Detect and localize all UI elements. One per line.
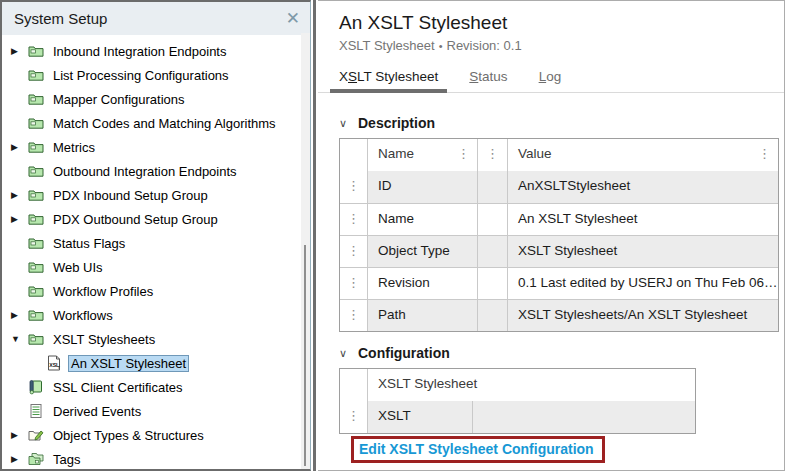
sidebar-item-workflow-profiles[interactable]: Workflow Profiles xyxy=(2,279,310,303)
svg-text:T: T xyxy=(58,365,61,370)
sidebar-item-pdx-inbound-setup-group[interactable]: ▶PDX Inbound Setup Group xyxy=(2,183,310,207)
close-icon[interactable]: ✕ xyxy=(286,10,300,27)
folder-icon xyxy=(28,67,45,83)
folder-icon xyxy=(28,91,45,107)
expand-arrow-icon[interactable]: ▶ xyxy=(9,310,28,320)
spacer-cell xyxy=(478,299,508,331)
folder-icon xyxy=(28,115,45,131)
table-row[interactable]: ⋮NameAn XSLT Stylesheet xyxy=(340,203,778,235)
table-row[interactable]: ⋮Object TypeXSLT Stylesheet xyxy=(340,235,778,267)
property-value-cell: 0.1 Last edited by USERJ on Thu Feb 06 .… xyxy=(508,267,778,299)
spacer-cell xyxy=(478,203,508,235)
page-title: An XSLT Stylesheet xyxy=(339,12,784,34)
configuration-section-title: Configuration xyxy=(358,345,450,361)
column-menu-icon[interactable]: ⋮ xyxy=(457,139,470,171)
sidebar-item-an-xslt-stylesheet[interactable]: XSLTAn XSLT Stylesheet xyxy=(2,351,310,375)
spacer-cell xyxy=(478,235,508,267)
sidebar-item-workflows[interactable]: ▶Workflows xyxy=(2,303,310,327)
sidebar-item-label: Web UIs xyxy=(50,259,106,276)
row-menu-icon[interactable]: ⋮ xyxy=(347,307,360,322)
row-menu-icon[interactable]: ⋮ xyxy=(347,243,360,258)
tab-xslt-stylesheet[interactable]: XSLT Stylesheet xyxy=(330,66,447,92)
folder-icon xyxy=(28,283,45,299)
row-handle-cell[interactable]: ⋮ xyxy=(340,203,368,235)
row-menu-icon[interactable]: ⋮ xyxy=(347,178,360,193)
collapse-chevron-icon[interactable]: ∨ xyxy=(339,347,358,360)
bullet-separator: • xyxy=(439,40,443,52)
column-menu-icon[interactable]: ⋮ xyxy=(758,139,771,171)
sidebar-item-web-uis[interactable]: Web UIs xyxy=(2,255,310,279)
spacer-cell xyxy=(478,267,508,299)
sidebar-item-inbound-integration-endpoints[interactable]: ▶Inbound Integration Endpoints xyxy=(2,39,310,63)
annotation-highlight-box: Edit XSLT Stylesheet Configuration xyxy=(351,436,605,463)
value-column-header: Value ⋮ xyxy=(508,139,778,171)
row-handle-cell[interactable]: ⋮ xyxy=(340,401,368,433)
sidebar-item-tags[interactable]: ▶Tags xyxy=(2,447,310,471)
panel-splitter[interactable] xyxy=(313,0,316,471)
revision-label: Revision: 0.1 xyxy=(447,38,522,53)
row-menu-icon[interactable]: ⋮ xyxy=(347,275,360,290)
expand-arrow-icon[interactable]: ▶ xyxy=(9,454,28,464)
app-window: System Setup ✕ ▶Inbound Integration Endp… xyxy=(0,0,785,471)
table-row[interactable]: ⋮XSLT xyxy=(340,401,695,433)
sidebar-item-label: Metrics xyxy=(50,139,98,156)
configuration-section-header: ∨ Configuration xyxy=(339,345,784,361)
row-handle-cell[interactable]: ⋮ xyxy=(340,171,368,203)
spacer-column-header: ⋮ xyxy=(478,139,508,171)
property-name-cell: Path xyxy=(368,299,478,331)
row-menu-icon[interactable]: ⋮ xyxy=(347,408,360,423)
table-row[interactable]: ⋮Revision0.1 Last edited by USERJ on Thu… xyxy=(340,267,778,299)
sidebar-item-ssl-client-certificates[interactable]: SSL Client Certificates xyxy=(2,375,310,399)
sidebar-item-label: Inbound Integration Endpoints xyxy=(50,43,229,60)
property-name-cell: Name xyxy=(368,203,478,235)
sidebar-item-label: PDX Outbound Setup Group xyxy=(50,211,221,228)
folder-icon xyxy=(28,43,45,59)
sidebar-scrollbar-thumb[interactable] xyxy=(304,245,306,466)
sidebar-item-label: Workflows xyxy=(50,307,116,324)
expand-arrow-icon[interactable]: ▶ xyxy=(9,214,28,224)
sidebar-item-outbound-integration-endpoints[interactable]: Outbound Integration Endpoints xyxy=(2,159,310,183)
description-table: Name ⋮ ⋮ Value ⋮ ⋮IDAnXSLTStylesheet⋮Nam… xyxy=(339,138,779,332)
sidebar-item-match-codes-and-matching-algorithms[interactable]: Match Codes and Matching Algorithms xyxy=(2,111,310,135)
sidebar-item-pdx-outbound-setup-group[interactable]: ▶PDX Outbound Setup Group xyxy=(2,207,310,231)
configuration-name-cell: XSLT xyxy=(368,401,473,433)
property-name-cell: Revision xyxy=(368,267,478,299)
property-value-cell: XSLT Stylesheet xyxy=(508,235,778,267)
configuration-table-header: XSLT Stylesheet xyxy=(340,369,695,401)
sidebar-title: System Setup xyxy=(14,10,107,27)
collapse-chevron-icon[interactable]: ∨ xyxy=(339,117,358,130)
folder-icon xyxy=(28,331,45,347)
expand-arrow-icon[interactable]: ▼ xyxy=(9,334,28,344)
sidebar-scrollbar[interactable] xyxy=(301,33,310,469)
expand-arrow-icon[interactable]: ▶ xyxy=(9,430,28,440)
expand-arrow-icon[interactable]: ▶ xyxy=(9,142,28,152)
sidebar-item-mapper-configurations[interactable]: Mapper Configurations xyxy=(2,87,310,111)
sidebar-item-metrics[interactable]: ▶Metrics xyxy=(2,135,310,159)
row-handle-cell[interactable]: ⋮ xyxy=(340,299,368,331)
sidebar-item-derived-events[interactable]: Derived Events xyxy=(2,399,310,423)
sidebar-item-object-types-structures[interactable]: ▶Object Types & Structures xyxy=(2,423,310,447)
folder-icon xyxy=(28,187,45,203)
sidebar-item-status-flags[interactable]: Status Flags xyxy=(2,231,310,255)
tab-log[interactable]: Log xyxy=(530,66,571,92)
description-section-title: Description xyxy=(358,115,435,131)
row-handle-cell[interactable]: ⋮ xyxy=(340,267,368,299)
tab-status[interactable]: Status xyxy=(460,66,516,92)
column-menu-icon[interactable]: ⋮ xyxy=(486,146,499,161)
property-name-cell: Object Type xyxy=(368,235,478,267)
expand-arrow-icon[interactable]: ▶ xyxy=(9,190,28,200)
folder-icon xyxy=(28,259,45,275)
expand-arrow-icon[interactable]: ▶ xyxy=(9,46,28,56)
sidebar-header: System Setup ✕ xyxy=(2,2,310,35)
configuration-value-cell xyxy=(473,401,695,433)
folder-icon xyxy=(28,235,45,251)
sidebar-item-label: Object Types & Structures xyxy=(50,427,207,444)
page-subtitle: XSLT Stylesheet•Revision: 0.1 xyxy=(339,38,784,53)
sidebar-item-list-processing-configurations[interactable]: List Processing Configurations xyxy=(2,63,310,87)
edit-xslt-configuration-link[interactable]: Edit XSLT Stylesheet Configuration xyxy=(359,441,594,457)
table-row[interactable]: ⋮IDAnXSLTStylesheet xyxy=(340,171,778,203)
sidebar-item-xslt-stylesheets[interactable]: ▼XSLT Stylesheets xyxy=(2,327,310,351)
table-row[interactable]: ⋮PathXSLT Stylesheets/An XSLT Stylesheet xyxy=(340,299,778,331)
row-handle-cell[interactable]: ⋮ xyxy=(340,235,368,267)
row-menu-icon[interactable]: ⋮ xyxy=(347,211,360,226)
